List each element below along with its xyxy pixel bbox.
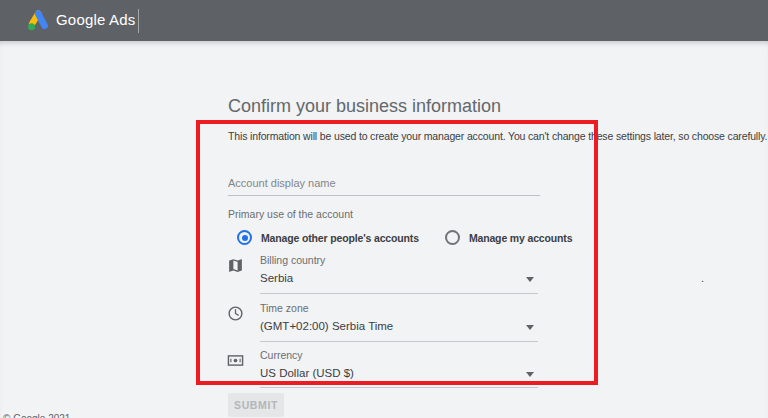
account-display-name-input[interactable] — [228, 171, 540, 196]
footer-copyright: © Google 2021 — [3, 413, 70, 418]
radio-option-manage-my[interactable]: Manage my accounts — [445, 230, 573, 245]
topbar: Google Ads — [0, 0, 768, 41]
brand-title: Google Ads — [56, 11, 136, 28]
billing-country-underline — [260, 293, 538, 294]
stray-period-text: . — [701, 272, 704, 284]
main-content: Confirm your business information This i… — [0, 41, 768, 418]
billing-country-label: Billing country — [260, 254, 325, 266]
clock-icon — [227, 305, 244, 322]
radio-option-label[interactable]: Manage other people's accounts — [261, 232, 419, 244]
screen: Google Ads Confirm your business informa… — [0, 0, 768, 418]
currency-underline — [260, 387, 538, 388]
currency-dropdown-arrow-icon[interactable] — [526, 372, 534, 377]
billing-country-dropdown-arrow-icon[interactable] — [526, 277, 534, 282]
google-ads-logo-icon — [26, 9, 50, 32]
radio-option-manage-others[interactable]: Manage other people's accounts — [237, 230, 419, 245]
currency-value[interactable]: US Dollar (USD $) — [260, 367, 354, 379]
map-icon — [227, 257, 244, 274]
page-title: Confirm your business information — [228, 96, 501, 117]
time-zone-label: Time zone — [260, 302, 309, 314]
radio-option-label[interactable]: Manage my accounts — [469, 232, 573, 244]
time-zone-dropdown-arrow-icon[interactable] — [526, 325, 534, 330]
radio-selected-icon[interactable] — [237, 230, 252, 245]
page-subtitle: This information will be used to create … — [228, 130, 767, 142]
currency-label: Currency — [260, 349, 303, 361]
radio-unselected-icon[interactable] — [445, 230, 460, 245]
banknote-icon — [227, 352, 244, 369]
primary-use-label: Primary use of the account — [228, 208, 353, 220]
submit-button[interactable]: SUBMIT — [228, 393, 284, 417]
topbar-divider — [138, 9, 139, 33]
time-zone-underline — [260, 341, 538, 342]
primary-use-radio-group: Manage other people's accounts Manage my… — [237, 230, 572, 245]
time-zone-value[interactable]: (GMT+02:00) Serbia Time — [260, 320, 393, 332]
billing-country-value[interactable]: Serbia — [260, 272, 293, 284]
